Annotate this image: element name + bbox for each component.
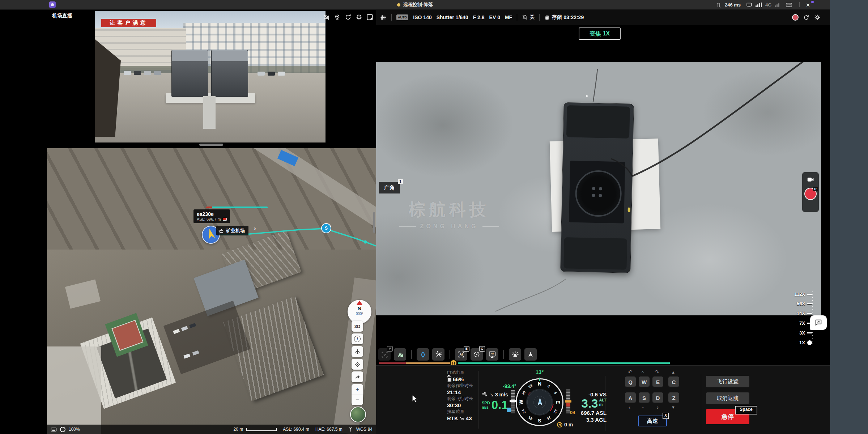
ev-value[interactable]: EV 0 <box>489 14 500 20</box>
map-3d-button[interactable]: 3D <box>352 321 363 332</box>
ai-recognition-button[interactable]: AI B <box>455 348 467 361</box>
shutter-value[interactable]: Shutter 1/640 <box>437 14 468 20</box>
chevron-down-hint: › <box>641 407 646 409</box>
rotate-ccw-hint: ↶ <box>628 370 633 374</box>
aircraft-symbol <box>535 397 545 407</box>
shutter-sound-off-icon[interactable] <box>522 14 528 20</box>
aperture-value[interactable]: F 2.8 <box>473 14 485 20</box>
display-icon[interactable] <box>746 2 752 8</box>
webcam-icon[interactable] <box>334 14 341 21</box>
ai-screen-button[interactable]: AI <box>486 348 498 361</box>
key-e[interactable]: E <box>652 376 663 387</box>
spd-unit: m/s <box>482 405 490 409</box>
lens-badge: 1 <box>398 179 403 184</box>
map-satellite-view[interactable]: ea230e ASL: 696.7 m 矿业机场 › S N 000° 3D i <box>47 148 376 434</box>
flight-settings-button[interactable]: 飞行设置 <box>706 376 749 387</box>
compass-point: W <box>518 400 524 404</box>
alarm-light-button[interactable] <box>509 348 521 361</box>
zoom-mode-button[interactable]: 变焦 1X <box>579 27 621 40</box>
map-compass[interactable]: N 000° <box>348 300 371 324</box>
framing-icon <box>381 351 388 358</box>
live-panel-toolbar <box>323 14 373 21</box>
compass-point: 3 <box>547 384 550 388</box>
zoom-level-row: 56X <box>791 299 822 309</box>
drone-tooltip-asl: ASL: 696.7 m <box>197 217 221 221</box>
toolbar-divider <box>503 350 504 359</box>
key-s[interactable]: S <box>639 392 650 403</box>
video-camera-icon[interactable] <box>807 176 814 183</box>
swap-view-icon[interactable] <box>366 14 373 21</box>
cancel-return-button[interactable]: 取消返航 <box>706 392 749 404</box>
chevron-right-hint: › <box>657 405 659 409</box>
arrow-up-hint: ▲ <box>671 370 675 375</box>
key-q[interactable]: Q <box>625 376 636 387</box>
camera-auto-icon[interactable]: AUTO <box>396 14 408 20</box>
refresh-icon[interactable] <box>345 14 352 21</box>
chat-icon <box>814 319 822 327</box>
toolbar-divider <box>411 350 412 359</box>
framing-tool-button[interactable]: V <box>378 348 391 361</box>
fpv-camera-video[interactable]: 广角 1 棕航科技 ZONG HANG <box>376 62 821 315</box>
column-resize-handle[interactable] <box>373 212 375 233</box>
target-track-button[interactable]: G <box>471 348 483 361</box>
map-layers-button[interactable] <box>350 407 366 422</box>
map-keyboard-icon[interactable] <box>51 426 57 433</box>
zoom-level-label: 7X <box>791 320 805 326</box>
close-button[interactable]: × <box>806 1 810 8</box>
home-icon: H <box>557 422 562 427</box>
compass-point: 6 <box>553 391 558 395</box>
rtk-label: RTK <box>447 415 458 422</box>
record-key-badge: R <box>813 187 818 191</box>
camera-refresh-icon[interactable] <box>803 14 809 21</box>
map-navigate-button[interactable] <box>352 371 363 382</box>
wind-value: 3 m/s <box>495 392 508 397</box>
network-type: 4G <box>765 2 771 8</box>
key-a[interactable]: A <box>625 392 636 403</box>
record-button[interactable]: R <box>804 188 817 200</box>
navigate-arrow-icon <box>354 374 360 380</box>
waypoint-tool-button[interactable] <box>417 348 429 361</box>
left-letterbox <box>0 9 47 434</box>
key-w[interactable]: W <box>639 376 650 387</box>
key-z[interactable]: Z <box>668 392 679 403</box>
home-distance: 0 m <box>564 422 573 427</box>
stream-mute-icon[interactable] <box>323 14 330 21</box>
key-c[interactable]: C <box>668 376 679 387</box>
estop-key-badge: Space <box>735 406 757 414</box>
record-dot-icon[interactable] <box>792 14 799 21</box>
compass-point: 15 <box>546 416 552 421</box>
camera-params-icon[interactable] <box>380 14 387 21</box>
cambar-divider <box>517 14 517 21</box>
fly-to-button[interactable] <box>524 348 537 361</box>
map-info-button[interactable]: i <box>352 333 363 344</box>
calibration-dot <box>586 95 588 97</box>
mouse-cursor <box>412 395 420 403</box>
live-panel-title: 机场直播 <box>52 13 72 19</box>
map-opacity-icon[interactable] <box>60 427 65 432</box>
dock-live-video[interactable]: 让客户满意 <box>95 11 326 142</box>
key-d[interactable]: D <box>652 392 663 403</box>
zoom-level-label: 3X <box>791 330 805 336</box>
locate-icon <box>354 361 361 367</box>
map-zoom-out-button[interactable]: − <box>352 395 363 405</box>
settings-icon[interactable] <box>356 14 362 21</box>
laser-tool-button[interactable] <box>432 348 444 361</box>
panel-resize-handle[interactable] <box>199 144 223 146</box>
latency-arrows-icon <box>716 2 722 8</box>
map-locate-button[interactable] <box>352 359 363 370</box>
focus-mode[interactable]: MF <box>505 14 512 20</box>
camera-settings-icon[interactable] <box>814 14 821 21</box>
map-zoom-in-button[interactable]: + <box>352 384 363 395</box>
dock-map-label[interactable]: 矿业机场 <box>216 226 248 235</box>
spd-label: SPD <box>482 401 490 405</box>
message-bubble-button[interactable] <box>810 315 827 330</box>
satellite-count: 43 <box>466 415 472 422</box>
keyboard-icon[interactable] <box>786 1 792 8</box>
lens-label[interactable]: 广角 1 <box>379 182 400 193</box>
map-aircraft-button[interactable] <box>352 346 363 357</box>
map-status-bar: 100% 20 m ASL: 690.4 m HAE: 667.5 m WGS … <box>47 425 376 434</box>
datum-antenna-icon <box>348 427 353 432</box>
speed-mode-close-badge[interactable]: X <box>663 413 669 419</box>
gimbal-lock-button[interactable] <box>394 348 406 361</box>
iso-value[interactable]: ISO 140 <box>413 14 431 20</box>
